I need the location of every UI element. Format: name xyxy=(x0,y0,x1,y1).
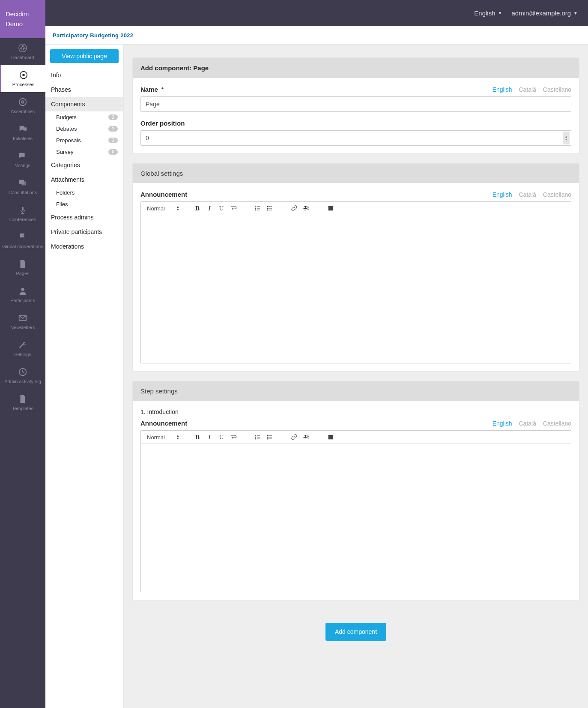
lang-tab-es[interactable]: Castellano xyxy=(543,191,571,198)
link-button[interactable] xyxy=(290,433,298,441)
nav-templates[interactable]: Templates xyxy=(0,389,45,416)
nav-consultations[interactable]: Consultations xyxy=(0,173,45,200)
nav-processes[interactable]: Processes xyxy=(0,65,45,92)
sidebar-item-survey[interactable]: Survey 0 xyxy=(45,146,123,158)
newsletters-icon xyxy=(18,313,27,323)
main-sidebar: Decidim Demo Dashboard Processes Assembl… xyxy=(0,0,45,708)
sidebar-item-info[interactable]: Info xyxy=(45,68,123,82)
sidebar-item-categories[interactable]: Categories xyxy=(45,158,123,172)
bold-button[interactable]: B xyxy=(193,433,202,441)
lang-tab-en[interactable]: English xyxy=(492,191,512,198)
nav-settings[interactable]: Settings xyxy=(0,335,45,362)
sidebar-item-components[interactable]: Components xyxy=(45,97,123,111)
svg-rect-14 xyxy=(328,206,333,211)
bullet-list-button[interactable] xyxy=(266,204,274,213)
votings-icon xyxy=(18,151,27,161)
lang-tabs: English Català Castellano xyxy=(487,191,571,198)
nav-dashboard[interactable]: Dashboard xyxy=(0,38,45,65)
sidebar-item-proposals[interactable]: Proposals 3 xyxy=(45,135,123,146)
lang-tab-ca[interactable]: Català xyxy=(519,420,536,427)
sidebar-item-debates[interactable]: Debates 2 xyxy=(45,123,123,135)
caret-down-icon: ▼ xyxy=(573,11,578,15)
dashboard-icon xyxy=(18,43,27,53)
code-button[interactable] xyxy=(326,204,335,213)
chevron-icon: ▴▾ xyxy=(177,205,179,211)
process-sidebar: View public page Info Phases Components … xyxy=(45,45,124,708)
language-switcher[interactable]: English ▼ xyxy=(474,9,502,17)
bullet-list-button[interactable] xyxy=(266,433,274,441)
conferences-icon xyxy=(18,205,27,215)
lang-tab-es[interactable]: Castellano xyxy=(543,420,571,427)
global-settings-header: Global settings xyxy=(133,164,579,183)
style-select[interactable]: Normal ▴▾ xyxy=(145,204,181,213)
nav-participants[interactable]: Participants xyxy=(0,281,45,308)
lang-tab-en[interactable]: English xyxy=(492,420,512,427)
templates-icon xyxy=(18,394,27,404)
view-public-button[interactable]: View public page xyxy=(50,49,119,63)
svg-point-17 xyxy=(267,438,268,439)
order-position-input[interactable] xyxy=(140,130,571,146)
brand[interactable]: Decidim Demo xyxy=(0,0,45,38)
lang-tab-ca[interactable]: Català xyxy=(519,86,536,93)
nav-global-moderations[interactable]: Global moderations xyxy=(0,227,45,254)
nav-admin-log[interactable]: Admin activity log xyxy=(0,362,45,389)
ordered-list-button[interactable] xyxy=(254,433,262,441)
editor-content[interactable] xyxy=(141,215,571,363)
participants-icon xyxy=(18,286,27,296)
sidebar-item-attachments[interactable]: Attachments xyxy=(45,172,123,187)
nav-conferences[interactable]: Conferences xyxy=(0,200,45,227)
code-button[interactable] xyxy=(326,433,335,441)
ordered-list-button[interactable] xyxy=(254,204,262,213)
svg-point-15 xyxy=(267,435,268,436)
sidebar-item-private-participants[interactable]: Private participants xyxy=(45,225,123,239)
linebreak-button[interactable] xyxy=(229,204,238,213)
sidebar-item-folders[interactable]: Folders xyxy=(45,187,123,198)
clear-format-button[interactable]: Tx xyxy=(302,204,310,213)
linebreak-button[interactable] xyxy=(229,433,238,441)
add-component-button[interactable]: Add component xyxy=(325,623,386,641)
nav-assemblies[interactable]: Assemblies xyxy=(0,92,45,119)
sidebar-item-files[interactable]: Files xyxy=(45,198,123,210)
page-content: Add component: Page Name * English Catal… xyxy=(124,45,588,708)
consultations-icon xyxy=(18,178,27,188)
required-indicator: * xyxy=(161,86,164,93)
nav-pages[interactable]: Pages xyxy=(0,254,45,281)
lang-tab-ca[interactable]: Català xyxy=(519,191,536,198)
count-badge: 3 xyxy=(108,138,118,143)
bold-button[interactable]: B xyxy=(193,204,202,213)
nav-votings[interactable]: Votings xyxy=(0,146,45,173)
clear-format-button[interactable]: Tx xyxy=(302,433,310,441)
lang-tabs: English Català Castellano xyxy=(487,86,571,93)
editor-content[interactable] xyxy=(141,444,571,592)
name-input[interactable] xyxy=(140,96,571,112)
italic-button[interactable]: I xyxy=(205,204,214,213)
editor-toolbar: Normal ▴▾ B I U xyxy=(141,202,571,215)
underline-button[interactable]: U xyxy=(217,204,226,213)
topbar: English ▼ admin@example.org ▼ xyxy=(45,0,588,26)
nav-newsletters[interactable]: Newsletters xyxy=(0,308,45,335)
breadcrumb-link[interactable]: Participatory Budgeting 2022 xyxy=(53,32,133,39)
lang-tab-en[interactable]: English xyxy=(492,86,512,93)
chevron-icon: ▴▾ xyxy=(177,434,179,440)
step-settings-header: Step settings xyxy=(133,381,579,401)
style-select[interactable]: Normal ▴▾ xyxy=(145,433,181,441)
number-spinner[interactable]: ▲▼ xyxy=(563,132,570,144)
svg-point-1 xyxy=(22,74,25,76)
breadcrumb: Participatory Budgeting 2022 xyxy=(45,26,588,45)
lang-tab-es[interactable]: Castellano xyxy=(543,86,571,93)
rich-text-editor: Normal ▴▾ B I U xyxy=(140,430,571,592)
user-menu[interactable]: admin@example.org ▼ xyxy=(511,9,578,17)
initiatives-icon xyxy=(18,124,27,134)
announcement-label: Announcement xyxy=(140,191,187,198)
sidebar-item-process-admins[interactable]: Process admins xyxy=(45,210,123,225)
underline-button[interactable]: U xyxy=(217,433,226,441)
nav-initiatives[interactable]: Initiatives xyxy=(0,119,45,146)
order-position-label: Order position xyxy=(140,120,185,127)
settings-icon xyxy=(18,340,27,350)
italic-button[interactable]: I xyxy=(205,433,214,441)
sidebar-item-phases[interactable]: Phases xyxy=(45,82,123,97)
link-button[interactable] xyxy=(290,204,298,213)
svg-rect-18 xyxy=(328,435,333,440)
sidebar-item-moderations[interactable]: Moderations xyxy=(45,239,123,254)
sidebar-item-budgets[interactable]: Budgets 2 xyxy=(45,111,123,123)
